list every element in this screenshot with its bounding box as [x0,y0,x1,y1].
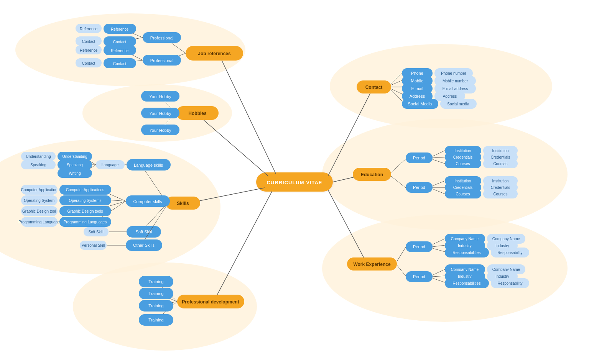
contact-2-bold: Contact [113,62,127,66]
computer-skills-label: Computer skills [133,199,162,204]
edu-courses-2-key: Courses [456,192,470,196]
work-industry-2-val: Industry [495,274,509,279]
phone-value: Phone number [441,71,466,75]
profdev-label: Professional development [182,299,239,305]
other-skills-light: Personal Skill [82,243,105,248]
edu-credentials-1-key: Credentials [453,155,473,159]
reference-1-bold: Reference [111,27,129,31]
email-key: E-mail [411,86,423,91]
address-value: Address [443,94,457,98]
work-company-1-key: Company Name [451,237,479,241]
programming-bold: Programming Languages [64,220,107,224]
work-resp-1-key: Responsabilities [453,251,481,255]
hobby-3: Your Hobby [149,128,171,133]
edu-institution-1-val: Institution [492,149,509,153]
edu-credentials-2-val: Credentials [491,185,510,190]
other-skills-label: Other Skills [133,243,155,248]
edu-institution-2-key: Institution [455,179,471,183]
work-company-1-val: Company Name [492,237,520,241]
computer-skills-node: Computer skills [126,195,170,207]
professional-2: Professional [150,58,174,63]
work-period-2: Period [413,274,425,279]
training-3: Training [148,303,163,308]
work-industry-2-key: Industry [458,274,472,279]
training-2: Training [148,291,163,296]
line-hobbies [196,113,268,176]
reference-1-light: Reference [80,27,98,31]
social-value: Social media [447,102,469,106]
work-company-2-key: Company Name [451,267,479,272]
language-skills-label: Language skills [134,163,163,167]
work-industry-1-key: Industry [458,244,472,248]
graphic-design-bold: Graphic Design tools [67,209,103,213]
mindmap: CURRICULUM VITAE Job references Professi… [0,0,589,364]
contact-1-light: Contact [82,39,95,44]
contact-branch-node: Contact [357,80,391,93]
education-label: Education [361,172,383,177]
work-resp-2-key: Responsabilities [453,281,481,285]
edu-credentials-2-key: Credentials [453,185,473,190]
work-period-1: Period [413,244,425,249]
edu-period-2: Period [413,185,425,190]
understanding-bold: Understanding [62,154,87,159]
computer-apps-bold: Computer Applications [66,188,104,192]
social-key: Social Media [408,102,433,106]
contact-label: Contact [365,85,383,90]
workexp-label: Work Experience [353,262,390,267]
speaking-light: Speaking [30,163,46,167]
reference-2-bold: Reference [111,49,129,53]
operating-systems-light: Operating System [24,198,54,203]
computer-apps-light: Computer Application [21,188,57,192]
profdev-node: Professional development [177,295,244,308]
skills-label: Skills [177,201,189,206]
contact-2-light: Contact [82,61,95,66]
writing-bold: Writing [69,171,81,175]
edu-institution-2-val: Institution [492,179,509,183]
soft-skill-light: Soft Skill [89,230,104,234]
phone-key: Phone [411,71,423,75]
work-industry-1-val: Industry [495,244,509,248]
skills-node: Skills [166,197,200,210]
professional-1: Professional [150,36,174,40]
address-key: Address [410,94,425,98]
job-references-label: Job references [198,51,231,56]
work-resp-2-val: Responsability [497,281,522,285]
work-company-2-val: Company Name [492,267,520,272]
language-skills-node: Language skills [127,159,171,171]
training-4: Training [148,318,163,322]
soft-skill-node: Soft Skill [127,226,161,238]
mobile-value: Mobile number [443,79,468,83]
edu-courses-2-val: Courses [493,192,507,196]
speaking-bold: Speaking [67,163,83,167]
training-1: Training [148,279,163,284]
hobbies-label: Hobbies [188,111,207,116]
other-skills-node: Other Skills [126,239,162,251]
center-label: CURRICULUM VITAE [267,180,322,185]
hobby-2: Your Hobby [149,111,171,116]
email-value: E-mail address [443,87,468,91]
edu-courses-1-key: Courses [456,162,470,166]
contact-1-bold: Contact [113,40,127,44]
edu-institution-1-key: Institution [455,149,471,153]
understanding-light: Understanding [26,154,51,159]
edu-period-1: Period [413,156,425,160]
edu-credentials-1-val: Credentials [491,155,510,159]
operating-systems-bold: Operating Systems [69,198,101,203]
language-label: Language [102,163,119,167]
job-references-node: Job references [186,46,243,61]
education-node: Education [353,168,391,181]
graphic-design-light: Graphic Design tool [22,209,56,213]
programming-light: Programming Language [18,220,60,224]
reference-2-light: Reference [80,48,98,52]
mobile-key: Mobile [411,79,423,83]
edu-courses-1-val: Courses [493,162,507,166]
work-resp-1-val: Responsability [497,251,522,255]
workexp-node: Work Experience [347,257,397,271]
hobby-1: Your Hobby [149,94,171,99]
hobbies-node: Hobbies [176,106,219,120]
